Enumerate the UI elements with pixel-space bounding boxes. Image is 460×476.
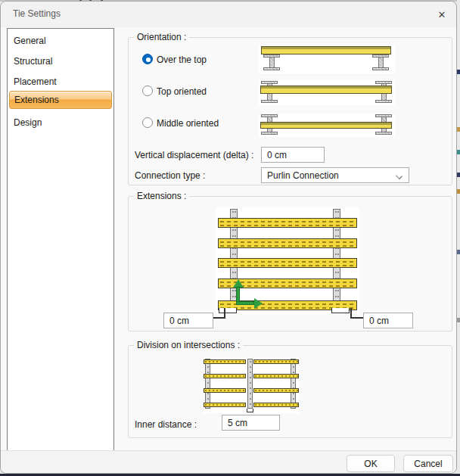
division-diagram (204, 357, 299, 413)
sidebar-item-extensions[interactable]: Extensions (9, 91, 112, 109)
sidebar-item-design[interactable]: Design (9, 114, 112, 132)
radio-over-the-top-label: Over the top (157, 54, 207, 65)
middle-oriented-thumbnail (259, 114, 395, 137)
extensions-legend: Extensions : (134, 191, 189, 201)
division-legend: Division on intersections : (134, 340, 243, 350)
close-icon[interactable]: ✕ (434, 7, 450, 22)
over-the-top-thumbnail (259, 45, 395, 73)
background-right-sliver (457, 0, 460, 476)
orientation-legend: Orientation : (134, 32, 189, 42)
radio-middle-oriented-label: Middle oriented (157, 118, 219, 129)
vertical-displacement-label: Vertical displacement (delta) : (135, 150, 253, 160)
connection-type-value: Purlin Connection (267, 170, 339, 181)
title-bar: Tie Settings ✕ (1, 2, 456, 27)
extension-left-input[interactable]: 0 cm (163, 313, 213, 328)
radio-top-oriented-label: Top oriented (157, 86, 207, 97)
connection-type-label: Connection type : (135, 170, 205, 181)
top-oriented-thumbnail (259, 80, 395, 105)
sidebar-item-structural[interactable]: Structural (9, 52, 112, 70)
dialog-footer: OK Cancel (1, 450, 456, 473)
radio-over-the-top[interactable] (142, 54, 153, 64)
sidebar-item-general[interactable]: General (9, 32, 112, 50)
inner-distance-label: Inner distance : (135, 419, 197, 430)
radio-top-oriented[interactable] (142, 86, 153, 96)
settings-nav-sidebar: General Structural Placement Extensions … (7, 28, 114, 453)
inner-distance-input[interactable]: 5 cm (222, 415, 280, 431)
division-group: Division on intersections : Inner distan… (128, 345, 452, 438)
tie-settings-dialog: Tie Settings ✕ General Structural Placem… (0, 1, 457, 474)
connection-type-dropdown[interactable]: Purlin Connection (261, 167, 409, 183)
vertical-displacement-input[interactable]: 0 cm (261, 147, 325, 163)
chevron-down-icon (396, 173, 402, 179)
dialog-title: Tie Settings (13, 8, 61, 19)
division-gap-marker (247, 409, 253, 412)
extension-right-input[interactable]: 0 cm (363, 313, 413, 328)
orientation-group: Orientation : Over the top Top oriented … (128, 37, 452, 185)
radio-middle-oriented[interactable] (142, 117, 153, 128)
extensions-group: Extensions : 0 cm 0 cm (128, 196, 452, 331)
ok-button[interactable]: OK (347, 455, 395, 472)
sidebar-item-placement[interactable]: Placement (9, 73, 112, 91)
cancel-button[interactable]: Cancel (403, 455, 453, 472)
extensions-diagram (216, 207, 359, 314)
axis-arrow-right-icon (254, 298, 263, 309)
